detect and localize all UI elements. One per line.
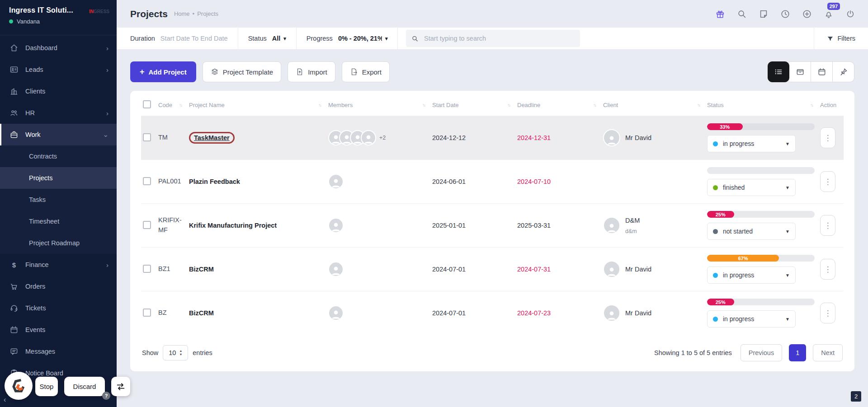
- row-actions-button[interactable]: ⋮: [820, 303, 835, 323]
- row-checkbox[interactable]: [143, 177, 151, 185]
- search-box[interactable]: [406, 30, 580, 47]
- sidebar-collapse-icon[interactable]: ‹: [4, 396, 6, 404]
- select-all-checkbox[interactable]: [143, 100, 151, 108]
- project-name-link[interactable]: BizCRM: [189, 309, 214, 317]
- start-date: 2024-07-01: [430, 291, 515, 335]
- project-name-link[interactable]: Krifix Manufacturing Project: [189, 222, 277, 229]
- page-size-select[interactable]: 10 ▲▼: [163, 345, 188, 360]
- gift-icon[interactable]: [715, 9, 725, 19]
- sidebar-item-clients[interactable]: Clients: [0, 80, 117, 102]
- sidebar-item-messages[interactable]: Messages: [0, 341, 117, 362]
- swap-button[interactable]: [111, 377, 130, 396]
- filters-button[interactable]: Filters: [814, 28, 868, 49]
- sidebar-item-contracts[interactable]: Contracts: [0, 145, 117, 167]
- status-dropdown[interactable]: in progress ▼: [707, 310, 796, 327]
- sort-icon[interactable]: ↑↓: [593, 103, 599, 108]
- status-dropdown[interactable]: in progress ▼: [707, 267, 796, 284]
- archive-box-icon: [796, 67, 805, 76]
- progress-fill: 25%: [707, 211, 734, 218]
- row-actions-button[interactable]: ⋮: [820, 171, 835, 192]
- sticky-note-icon[interactable]: [758, 9, 769, 19]
- sidebar-item-project-roadmap[interactable]: Project Roadmap: [0, 232, 117, 254]
- breadcrumb-home[interactable]: Home: [174, 10, 190, 17]
- next-page-button[interactable]: Next: [813, 344, 843, 361]
- chevron-right-icon: ›: [106, 109, 108, 117]
- search-input[interactable]: [424, 35, 575, 42]
- sidebar-item-tasks[interactable]: Tasks: [0, 189, 117, 211]
- project-name-link[interactable]: BizCRM: [189, 266, 214, 273]
- discard-recording-button[interactable]: Discard: [64, 377, 105, 396]
- sort-icon[interactable]: ↑↓: [697, 103, 703, 108]
- client-avatar: [603, 217, 620, 234]
- project-name-link[interactable]: TaskMaster: [194, 134, 230, 141]
- row-checkbox[interactable]: [143, 309, 151, 317]
- sort-icon[interactable]: ↑↓: [179, 103, 185, 108]
- sidebar-item-timesheet[interactable]: Timesheet: [0, 211, 117, 232]
- sidebar-item-leads[interactable]: Leads ›: [0, 59, 117, 80]
- export-button[interactable]: Export: [342, 61, 390, 82]
- row-actions-button[interactable]: ⋮: [820, 127, 835, 148]
- funnel-icon: [827, 35, 834, 42]
- sidebar-item-tickets[interactable]: Tickets: [0, 297, 117, 319]
- avatar: [361, 130, 376, 145]
- previous-page-button[interactable]: Previous: [741, 344, 782, 361]
- progress-filter-value[interactable]: 0% - 20%, 21%: [338, 35, 382, 42]
- more-members-count[interactable]: +2: [379, 135, 386, 141]
- duration-placeholder[interactable]: Start Date To End Date: [160, 35, 228, 42]
- briefcase-icon: [9, 130, 19, 139]
- notification-badge: 297: [827, 3, 840, 10]
- sidebar-item-hr[interactable]: HR ›: [0, 102, 117, 124]
- calendar-view-button[interactable]: [811, 61, 833, 82]
- status-dot: [713, 317, 718, 322]
- screen-recorder-logo[interactable]: [5, 372, 33, 400]
- status-filter[interactable]: Status All▾: [238, 28, 297, 49]
- table-row: TM TaskMaster +2: [141, 116, 844, 160]
- help-button[interactable]: ?: [102, 392, 110, 400]
- sidebar-item-finance[interactable]: $ Finance ›: [0, 254, 117, 276]
- status-dropdown[interactable]: not started ▼: [707, 223, 796, 240]
- sidebar-item-projects[interactable]: Projects: [0, 167, 117, 189]
- add-project-button[interactable]: + Add Project: [130, 61, 196, 82]
- pinned-view-button[interactable]: [833, 61, 854, 82]
- stop-recording-button[interactable]: Stop: [35, 377, 58, 396]
- clock-icon[interactable]: [780, 9, 790, 19]
- project-name-link[interactable]: Plazin Feedback: [189, 178, 240, 185]
- duration-filter[interactable]: Duration Start Date To End Date: [117, 28, 238, 49]
- sidebar-item-dashboard[interactable]: Dashboard ›: [0, 37, 117, 59]
- list-view-button[interactable]: [768, 61, 789, 82]
- plus-circle-icon[interactable]: [802, 9, 812, 19]
- sort-icon[interactable]: ↑↓: [810, 103, 816, 108]
- member-avatars: +2: [328, 130, 429, 145]
- client-cell: D&M d&m: [603, 217, 703, 234]
- progress-fill: 67%: [707, 255, 779, 262]
- row-actions-button[interactable]: ⋮: [820, 215, 835, 236]
- sidebar-item-orders[interactable]: Orders: [0, 276, 117, 297]
- import-button[interactable]: Import: [288, 61, 335, 82]
- search-icon[interactable]: [736, 9, 747, 19]
- sort-icon[interactable]: ↑↓: [507, 103, 514, 108]
- progress-fill: 25%: [707, 299, 734, 305]
- avatar: [328, 305, 344, 321]
- caret-down-icon: ▼: [785, 317, 790, 322]
- sidebar-item-events[interactable]: Events: [0, 319, 117, 341]
- status-dot: [713, 185, 718, 190]
- project-template-button[interactable]: Project Template: [203, 61, 281, 82]
- row-checkbox[interactable]: [143, 133, 151, 141]
- filter-bar: Duration Start Date To End Date Status A…: [117, 28, 868, 50]
- status-dropdown[interactable]: in progress ▼: [707, 135, 796, 152]
- row-actions-button[interactable]: ⋮: [820, 259, 835, 280]
- power-icon[interactable]: [845, 9, 855, 19]
- current-page-button[interactable]: 1: [789, 344, 806, 361]
- status-dropdown[interactable]: finished ▼: [707, 179, 796, 196]
- archive-view-button[interactable]: [789, 61, 811, 82]
- status-filter-value[interactable]: All: [272, 35, 281, 42]
- sort-icon[interactable]: ↑↓: [422, 103, 429, 108]
- sidebar-item-work[interactable]: Work ⌄: [0, 124, 117, 145]
- row-checkbox[interactable]: [143, 221, 151, 229]
- sort-icon[interactable]: ↑↓: [318, 103, 325, 108]
- bell-icon[interactable]: 297: [823, 9, 834, 19]
- client-company: d&m: [625, 228, 640, 234]
- progress-filter[interactable]: Progress 0% - 20%, 21%▾: [297, 28, 398, 49]
- client-name: Mr David: [625, 266, 651, 273]
- row-checkbox[interactable]: [143, 265, 151, 273]
